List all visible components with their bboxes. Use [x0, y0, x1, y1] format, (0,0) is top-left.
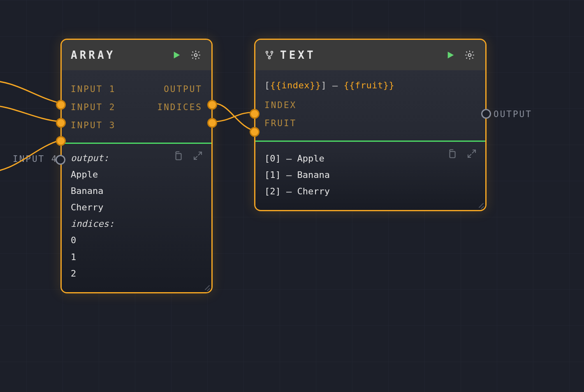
fork-icon	[264, 50, 274, 60]
text-output-line: [0] – Apple	[264, 152, 476, 166]
text-output-line: [1] – Banana	[264, 168, 476, 182]
template-var-index: {{index}}	[270, 80, 321, 90]
array-indices-value: 0	[71, 233, 202, 247]
text-node-header[interactable]: TEXT	[255, 40, 485, 70]
play-icon[interactable]	[444, 48, 457, 62]
array-output-value: Cherry	[71, 201, 202, 214]
array-ports-area: INPUT 1 OUTPUT INPUT 2 INDICES INPUT 3	[62, 70, 211, 143]
text-output-line: [2] – Cherry	[264, 184, 476, 198]
array-node-header[interactable]: ARRAY	[62, 40, 211, 70]
svg-rect-6	[450, 152, 455, 158]
text-input-fruit-label: FRUIT	[264, 118, 297, 128]
svg-point-5	[468, 54, 471, 57]
array-indices-label: INDICES	[157, 102, 202, 112]
array-node-title: ARRAY	[71, 49, 165, 61]
array-output-label: OUTPUT	[164, 84, 202, 94]
svg-point-3	[271, 51, 273, 53]
copy-icon[interactable]	[446, 148, 458, 160]
svg-point-0	[195, 54, 197, 57]
resize-handle[interactable]	[202, 283, 210, 291]
array-input-2-label: INPUT 2	[71, 102, 116, 112]
svg-point-2	[266, 51, 268, 53]
text-node[interactable]: TEXT [{{index}}] – {{fruit}} INDEX FRUIT	[254, 39, 487, 211]
gear-icon[interactable]	[189, 48, 202, 62]
play-icon[interactable]	[170, 48, 183, 62]
svg-point-4	[269, 57, 271, 59]
indices-heading: indices:	[71, 217, 202, 231]
svg-rect-1	[176, 154, 181, 160]
expand-icon[interactable]	[192, 150, 204, 162]
array-indices-value: 1	[71, 250, 202, 264]
template-mid: ] –	[321, 80, 343, 90]
text-index-port[interactable]	[250, 109, 260, 119]
text-node-title: TEXT	[280, 49, 438, 61]
array-output-value: Apple	[71, 168, 202, 182]
array-indices-value: 2	[71, 267, 202, 281]
text-fruit-port[interactable]	[250, 127, 260, 137]
array-output-body: output: Apple Banana Cherry indices: 0 1…	[62, 144, 211, 292]
array-input-3-port[interactable]	[56, 136, 66, 146]
array-input-1-label: INPUT 1	[71, 84, 116, 94]
external-input-4-label: INPUT 4	[13, 154, 58, 164]
text-output-port[interactable]	[481, 109, 491, 119]
expand-icon[interactable]	[466, 148, 478, 160]
resize-handle[interactable]	[476, 201, 484, 208]
text-output-body: [0] – Apple [1] – Banana [2] – Cherry	[255, 142, 485, 210]
text-ports-area: [{{index}}] – {{fruit}} INDEX FRUIT	[255, 70, 485, 141]
array-input-1-port[interactable]	[56, 100, 66, 110]
template-prefix: [	[264, 80, 270, 90]
gear-icon[interactable]	[463, 48, 476, 62]
text-output-external-label: OUTPUT	[494, 109, 532, 119]
array-indices-port[interactable]	[207, 118, 217, 128]
copy-icon[interactable]	[172, 150, 184, 162]
array-output-port[interactable]	[207, 100, 217, 110]
text-template: [{{index}}] – {{fruit}}	[264, 80, 476, 90]
array-input-2-port[interactable]	[56, 118, 66, 128]
template-var-fruit: {{fruit}}	[343, 80, 394, 90]
text-input-index-label: INDEX	[264, 100, 297, 110]
array-input-3-label: INPUT 3	[71, 120, 116, 130]
external-input-4-port[interactable]	[56, 155, 65, 165]
array-node[interactable]: ARRAY INPUT 1 OUTPUT INPUT 2 INDICES INP…	[60, 39, 213, 293]
array-output-value: Banana	[71, 184, 202, 198]
